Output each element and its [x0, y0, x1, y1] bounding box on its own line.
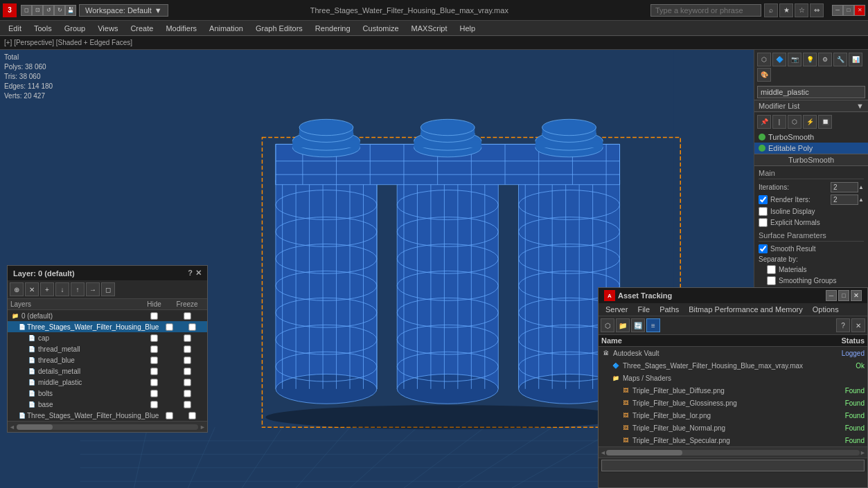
rp-icon-5[interactable]: ⚙: [818, 53, 832, 66]
asset-tb-icon-5[interactable]: ?: [836, 318, 850, 332]
layer-item[interactable]: 📄 Three_Stages_Water_Filter_Housing_Blue: [8, 410, 207, 421]
layer-freeze-cb[interactable]: [180, 411, 204, 420]
rp-icon-1[interactable]: ⬡: [757, 53, 771, 66]
layer-tool-add[interactable]: +: [40, 282, 54, 296]
smoothing-groups-checkbox[interactable]: [767, 276, 776, 285]
rp-icon-6[interactable]: 🔧: [833, 53, 847, 66]
layer-freeze-cb[interactable]: [170, 400, 204, 409]
star1-icon[interactable]: ★: [779, 3, 793, 17]
layer-freeze-cb[interactable]: [170, 367, 204, 376]
layer-tool-select[interactable]: ⊕: [10, 282, 24, 296]
asset-tb-icon-4[interactable]: ≡: [646, 318, 660, 332]
arrows-icon[interactable]: ⇔: [810, 3, 824, 17]
asset-menu-file[interactable]: File: [633, 305, 654, 314]
layer-item[interactable]: 📄 Three_Stages_Water_Filter_Housing_Blue: [8, 321, 207, 332]
layer-hide-cb[interactable]: [139, 356, 170, 365]
win-btn-5[interactable]: 💾: [65, 5, 76, 16]
render-iters-checkbox[interactable]: [759, 195, 768, 204]
menu-item-maxscript[interactable]: MAXScript: [406, 23, 453, 34]
asset-list-item[interactable]: 🖼 Triple_Filter_blue_Diffuse.png Found: [599, 384, 867, 397]
mod-icon-pin[interactable]: 📌: [757, 115, 771, 129]
layer-hide-cb[interactable]: [139, 389, 170, 398]
asset-list-item[interactable]: 🖼 Triple_Filter_blue_Specular.png Found: [599, 434, 867, 446]
iterations-input[interactable]: [831, 182, 858, 192]
asset-minimize-button[interactable]: ─: [826, 290, 837, 301]
menu-item-help[interactable]: Help: [454, 23, 481, 34]
layer-freeze-cb[interactable]: [170, 334, 204, 343]
layer-freeze-cb[interactable]: [170, 311, 204, 320]
asset-list-item[interactable]: 🖼 Triple_Filter_blue_Ior.png Found: [599, 409, 867, 422]
render-iters-input[interactable]: [831, 195, 858, 205]
menu-item-graph-editors[interactable]: Graph Editors: [250, 23, 308, 34]
menu-item-views[interactable]: Views: [92, 23, 123, 34]
smooth-result-checkbox[interactable]: [759, 244, 768, 253]
menu-item-rendering[interactable]: Rendering: [310, 23, 356, 34]
layer-freeze-cb[interactable]: [170, 345, 204, 354]
menu-item-tools[interactable]: Tools: [28, 23, 57, 34]
mod-icon-2[interactable]: |: [772, 115, 786, 129]
layer-freeze-cb[interactable]: [170, 389, 204, 398]
mod-icon-4[interactable]: ⚡: [803, 115, 817, 129]
rp-icon-3[interactable]: 📷: [788, 53, 801, 66]
rp-icon-4[interactable]: 💡: [803, 53, 817, 66]
layer-tool-up[interactable]: ↑: [71, 282, 85, 296]
star2-icon[interactable]: ☆: [795, 3, 808, 17]
render-iters-spinner-up[interactable]: ▲: [858, 197, 864, 203]
menu-item-create[interactable]: Create: [125, 23, 159, 34]
isoline-checkbox[interactable]: [759, 207, 768, 216]
layer-hide-cb[interactable]: [139, 311, 170, 320]
rp-icon-7[interactable]: 📊: [849, 53, 862, 66]
menu-item-customize[interactable]: Customize: [357, 23, 405, 34]
layer-hide-cb[interactable]: [159, 323, 180, 332]
rp-icon-2[interactable]: 🔷: [772, 53, 786, 66]
win-btn-4[interactable]: ↻: [54, 5, 65, 16]
layer-item[interactable]: 📄 cap: [8, 332, 207, 343]
mod-icon-3[interactable]: ⬡: [788, 115, 801, 129]
modifier-list-dropdown-icon[interactable]: ▼: [856, 102, 864, 110]
asset-tb-icon-6[interactable]: ✕: [851, 318, 865, 332]
layer-hide-cb[interactable]: [139, 378, 170, 387]
asset-menu-options[interactable]: Options: [808, 305, 843, 314]
win-btn-3[interactable]: ↺: [43, 5, 54, 16]
workspace-dropdown[interactable]: Workspace: Default ▼: [79, 4, 168, 17]
layer-scrollbar[interactable]: ◄ ►: [8, 421, 207, 432]
asset-close-button[interactable]: ✕: [851, 290, 862, 301]
mod-icon-5[interactable]: 🔲: [818, 115, 832, 129]
menu-item-animation[interactable]: Animation: [204, 23, 249, 34]
layer-item[interactable]: 📄 thread_blue: [8, 354, 207, 365]
asset-tb-icon-2[interactable]: 📁: [616, 318, 630, 332]
iterations-spinner-up[interactable]: ▲: [858, 184, 864, 190]
layer-hide-cb[interactable]: [139, 334, 170, 343]
modifier-turbossmooth[interactable]: TurboSmooth: [754, 132, 868, 143]
win-btn-1[interactable]: ◻: [21, 5, 32, 16]
layer-hide-cb[interactable]: [139, 367, 170, 376]
object-name-input[interactable]: [757, 86, 865, 98]
asset-search-input[interactable]: [601, 460, 865, 471]
asset-tb-icon-1[interactable]: ⬡: [601, 318, 614, 332]
asset-menu-bitmap-performance-and-memory[interactable]: Bitmap Performance and Memory: [684, 305, 806, 314]
layer-item[interactable]: 📄 base: [8, 399, 207, 410]
materials-checkbox[interactable]: [767, 265, 776, 274]
layer-item[interactable]: 📁 0 (default): [8, 310, 207, 321]
layer-freeze-cb[interactable]: [180, 323, 204, 332]
asset-menu-server[interactable]: Server: [601, 305, 632, 314]
asset-list-item[interactable]: 🖼 Triple_Filter_blue_Glossiness.png Foun…: [599, 397, 867, 409]
layer-hide-cb[interactable]: [139, 400, 170, 409]
layer-hide-cb[interactable]: [159, 411, 180, 420]
asset-list-item[interactable]: 📁 Maps / Shaders: [599, 372, 867, 384]
menu-item-edit[interactable]: Edit: [3, 23, 27, 34]
layer-item[interactable]: 📄 bolts: [8, 388, 207, 399]
asset-list-item[interactable]: 🔷 Three_Stages_Water_Filter_Housing_Blue…: [599, 359, 867, 372]
close-button[interactable]: ✕: [854, 5, 865, 16]
maximize-button[interactable]: □: [843, 5, 854, 16]
layer-freeze-cb[interactable]: [170, 378, 204, 387]
layer-freeze-cb[interactable]: [170, 356, 204, 365]
win-btn-2[interactable]: ⊡: [32, 5, 43, 16]
asset-menu-paths[interactable]: Paths: [655, 305, 683, 314]
asset-list-item[interactable]: 🏛 Autodesk Vault Logged: [599, 347, 867, 359]
menu-item-group[interactable]: Group: [59, 23, 91, 34]
asset-list-item[interactable]: 🖼 Triple_Filter_blue_Normal.png Found: [599, 422, 867, 434]
asset-tb-icon-3[interactable]: 🔄: [631, 318, 645, 332]
search-input[interactable]: [650, 4, 761, 17]
asset-maximize-button[interactable]: □: [838, 290, 849, 301]
